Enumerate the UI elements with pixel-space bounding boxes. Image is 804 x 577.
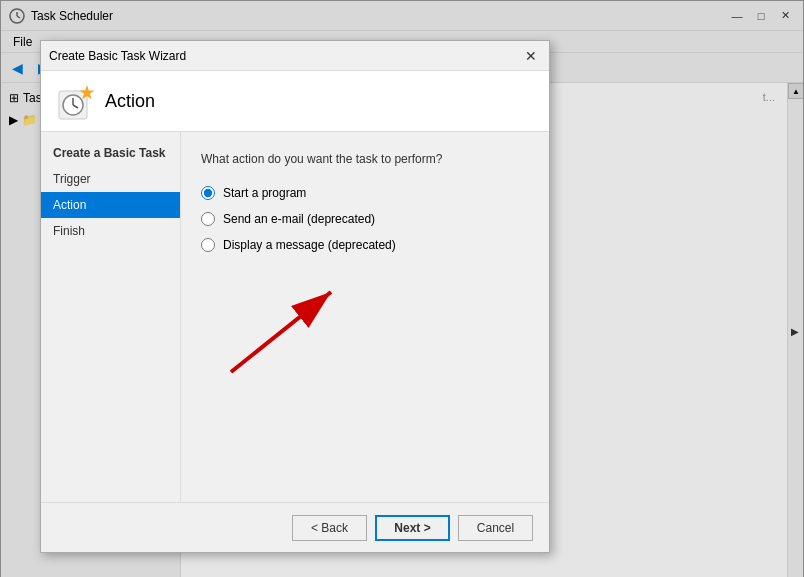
- wizard-nav-finish[interactable]: Finish: [41, 218, 180, 244]
- wizard-content: What action do you want the task to perf…: [181, 132, 549, 502]
- option-send-email-label: Send an e-mail (deprecated): [223, 212, 375, 226]
- wizard-footer: < Back Next > Cancel: [41, 502, 549, 552]
- wizard-body: Create a Basic Task Trigger Action Finis…: [41, 132, 549, 502]
- cancel-button[interactable]: Cancel: [458, 515, 533, 541]
- wizard-header-icon: [57, 83, 93, 119]
- dialog-overlay: Create Basic Task Wizard ✕ Action: [0, 0, 804, 577]
- wizard-header: Action: [41, 71, 549, 132]
- wizard-nav-trigger[interactable]: Trigger: [41, 166, 180, 192]
- wizard-header-title: Action: [105, 91, 155, 112]
- wizard-nav: Create a Basic Task Trigger Action Finis…: [41, 132, 181, 502]
- wizard-titlebar: Create Basic Task Wizard ✕: [41, 41, 549, 71]
- radio-send-email[interactable]: [201, 212, 215, 226]
- radio-display-message[interactable]: [201, 238, 215, 252]
- option-display-message[interactable]: Display a message (deprecated): [201, 238, 529, 252]
- option-start-program-label: Start a program: [223, 186, 306, 200]
- wizard-close-button[interactable]: ✕: [521, 46, 541, 66]
- option-display-message-label: Display a message (deprecated): [223, 238, 396, 252]
- wizard-radio-group: Start a program Send an e-mail (deprecat…: [201, 186, 529, 252]
- option-send-email[interactable]: Send an e-mail (deprecated): [201, 212, 529, 226]
- svg-line-9: [231, 292, 331, 372]
- option-start-program[interactable]: Start a program: [201, 186, 529, 200]
- wizard-nav-header: Create a Basic Task: [41, 140, 180, 166]
- wizard-title: Create Basic Task Wizard: [49, 49, 521, 63]
- wizard-question: What action do you want the task to perf…: [201, 152, 529, 166]
- radio-start-program[interactable]: [201, 186, 215, 200]
- wizard-dialog: Create Basic Task Wizard ✕ Action: [40, 40, 550, 553]
- next-button[interactable]: Next >: [375, 515, 450, 541]
- arrow-annotation: [211, 272, 371, 392]
- wizard-nav-action[interactable]: Action: [41, 192, 180, 218]
- back-button[interactable]: < Back: [292, 515, 367, 541]
